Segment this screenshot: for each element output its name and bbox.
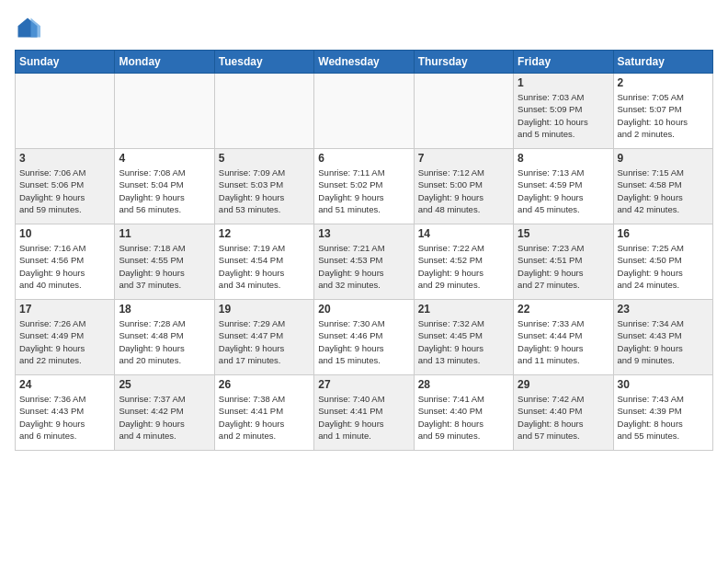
day-info: Sunrise: 7:16 AM Sunset: 4:56 PM Dayligh… [19,242,110,291]
calendar-cell: 16Sunrise: 7:25 AM Sunset: 4:50 PM Dayli… [613,224,712,300]
day-info: Sunrise: 7:13 AM Sunset: 4:59 PM Dayligh… [518,167,609,215]
header-cell-thursday: Thursday [414,51,513,74]
calendar-cell: 4Sunrise: 7:08 AM Sunset: 5:04 PM Daylig… [115,149,214,224]
day-number: 27 [318,378,409,391]
day-info: Sunrise: 7:03 AM Sunset: 5:09 PM Dayligh… [518,91,609,140]
day-number: 21 [418,303,509,316]
day-number: 18 [119,303,210,316]
day-number: 11 [119,227,210,240]
header-cell-tuesday: Tuesday [214,51,313,74]
day-info: Sunrise: 7:30 AM Sunset: 4:46 PM Dayligh… [318,317,409,366]
day-info: Sunrise: 7:15 AM Sunset: 4:58 PM Dayligh… [618,167,709,215]
calendar-cell: 10Sunrise: 7:16 AM Sunset: 4:56 PM Dayli… [16,224,115,300]
calendar-cell: 24Sunrise: 7:36 AM Sunset: 4:43 PM Dayli… [16,375,115,451]
day-number: 28 [418,378,509,391]
day-info: Sunrise: 7:32 AM Sunset: 4:45 PM Dayligh… [418,317,509,366]
calendar-body: 1Sunrise: 7:03 AM Sunset: 5:09 PM Daylig… [16,74,713,451]
calendar-table: SundayMondayTuesdayWednesdayThursdayFrid… [15,50,713,451]
calendar-cell [16,74,115,149]
calendar-cell: 2Sunrise: 7:05 AM Sunset: 5:07 PM Daylig… [613,74,712,149]
day-number: 14 [418,227,509,240]
day-info: Sunrise: 7:26 AM Sunset: 4:49 PM Dayligh… [19,317,110,366]
calendar-row-4: 24Sunrise: 7:36 AM Sunset: 4:43 PM Dayli… [16,375,713,451]
calendar-cell: 19Sunrise: 7:29 AM Sunset: 4:47 PM Dayli… [214,300,313,375]
calendar-cell: 28Sunrise: 7:41 AM Sunset: 4:40 PM Dayli… [414,375,513,451]
day-info: Sunrise: 7:41 AM Sunset: 4:40 PM Dayligh… [418,393,509,442]
day-number: 5 [219,152,310,165]
day-info: Sunrise: 7:29 AM Sunset: 4:47 PM Dayligh… [219,317,310,366]
calendar-row-2: 10Sunrise: 7:16 AM Sunset: 4:56 PM Dayli… [16,224,713,300]
calendar-cell [115,74,214,149]
calendar-cell: 12Sunrise: 7:19 AM Sunset: 4:54 PM Dayli… [214,224,313,300]
day-info: Sunrise: 7:12 AM Sunset: 5:00 PM Dayligh… [418,167,509,215]
day-info: Sunrise: 7:09 AM Sunset: 5:03 PM Dayligh… [219,167,310,215]
calendar-cell [214,74,313,149]
day-number: 8 [518,152,609,165]
calendar-cell: 11Sunrise: 7:18 AM Sunset: 4:55 PM Dayli… [115,224,214,300]
calendar-cell: 26Sunrise: 7:38 AM Sunset: 4:41 PM Dayli… [214,375,313,451]
day-number: 23 [618,303,709,316]
calendar-cell: 13Sunrise: 7:21 AM Sunset: 4:53 PM Dayli… [314,224,414,300]
day-info: Sunrise: 7:43 AM Sunset: 4:39 PM Dayligh… [618,393,709,442]
day-number: 16 [618,227,709,240]
calendar-cell: 1Sunrise: 7:03 AM Sunset: 5:09 PM Daylig… [514,74,613,149]
header-cell-friday: Friday [514,51,613,74]
calendar-cell: 17Sunrise: 7:26 AM Sunset: 4:49 PM Dayli… [16,300,115,375]
header-cell-sunday: Sunday [16,51,115,74]
day-number: 15 [518,227,609,240]
calendar-cell: 15Sunrise: 7:23 AM Sunset: 4:51 PM Dayli… [514,224,613,300]
header-cell-wednesday: Wednesday [314,51,414,74]
day-info: Sunrise: 7:23 AM Sunset: 4:51 PM Dayligh… [518,242,609,291]
calendar-cell: 21Sunrise: 7:32 AM Sunset: 4:45 PM Dayli… [414,300,513,375]
day-number: 17 [19,303,110,316]
calendar-cell: 5Sunrise: 7:09 AM Sunset: 5:03 PM Daylig… [214,149,313,224]
day-number: 19 [219,303,310,316]
day-number: 22 [518,303,609,316]
day-number: 20 [318,303,409,316]
day-info: Sunrise: 7:21 AM Sunset: 4:53 PM Dayligh… [318,242,409,291]
day-number: 30 [618,378,709,391]
day-number: 7 [418,152,509,165]
logo [15,15,44,40]
calendar-cell: 14Sunrise: 7:22 AM Sunset: 4:52 PM Dayli… [414,224,513,300]
day-number: 3 [19,152,110,165]
calendar-cell: 30Sunrise: 7:43 AM Sunset: 4:39 PM Dayli… [613,375,712,451]
calendar-cell [314,74,414,149]
day-number: 2 [618,76,709,89]
calendar-cell: 29Sunrise: 7:42 AM Sunset: 4:40 PM Dayli… [514,375,613,451]
day-info: Sunrise: 7:05 AM Sunset: 5:07 PM Dayligh… [618,91,709,140]
day-number: 4 [119,152,210,165]
day-info: Sunrise: 7:22 AM Sunset: 4:52 PM Dayligh… [418,242,509,291]
day-number: 9 [618,152,709,165]
calendar-cell: 8Sunrise: 7:13 AM Sunset: 4:59 PM Daylig… [514,149,613,224]
calendar-cell [414,74,513,149]
calendar-cell: 3Sunrise: 7:06 AM Sunset: 5:06 PM Daylig… [16,149,115,224]
day-number: 29 [518,378,609,391]
calendar-cell: 22Sunrise: 7:33 AM Sunset: 4:44 PM Dayli… [514,300,613,375]
day-info: Sunrise: 7:40 AM Sunset: 4:41 PM Dayligh… [318,393,409,442]
calendar-header-row: SundayMondayTuesdayWednesdayThursdayFrid… [16,51,713,74]
day-number: 12 [219,227,310,240]
day-number: 10 [19,227,110,240]
logo-icon [15,15,40,40]
calendar-cell: 7Sunrise: 7:12 AM Sunset: 5:00 PM Daylig… [414,149,513,224]
day-number: 24 [19,378,110,391]
day-info: Sunrise: 7:08 AM Sunset: 5:04 PM Dayligh… [119,167,210,215]
calendar-cell: 23Sunrise: 7:34 AM Sunset: 4:43 PM Dayli… [613,300,712,375]
calendar-cell: 25Sunrise: 7:37 AM Sunset: 4:42 PM Dayli… [115,375,214,451]
header [15,15,713,40]
calendar-row-1: 3Sunrise: 7:06 AM Sunset: 5:06 PM Daylig… [16,149,713,224]
day-info: Sunrise: 7:06 AM Sunset: 5:06 PM Dayligh… [19,167,110,215]
calendar-cell: 27Sunrise: 7:40 AM Sunset: 4:41 PM Dayli… [314,375,414,451]
calendar-cell: 18Sunrise: 7:28 AM Sunset: 4:48 PM Dayli… [115,300,214,375]
calendar-cell: 6Sunrise: 7:11 AM Sunset: 5:02 PM Daylig… [314,149,414,224]
day-number: 25 [119,378,210,391]
svg-marker-1 [31,18,41,38]
calendar-cell: 9Sunrise: 7:15 AM Sunset: 4:58 PM Daylig… [613,149,712,224]
day-info: Sunrise: 7:37 AM Sunset: 4:42 PM Dayligh… [119,393,210,442]
header-cell-monday: Monday [115,51,214,74]
day-number: 6 [318,152,409,165]
day-number: 13 [318,227,409,240]
calendar-cell: 20Sunrise: 7:30 AM Sunset: 4:46 PM Dayli… [314,300,414,375]
day-info: Sunrise: 7:25 AM Sunset: 4:50 PM Dayligh… [618,242,709,291]
